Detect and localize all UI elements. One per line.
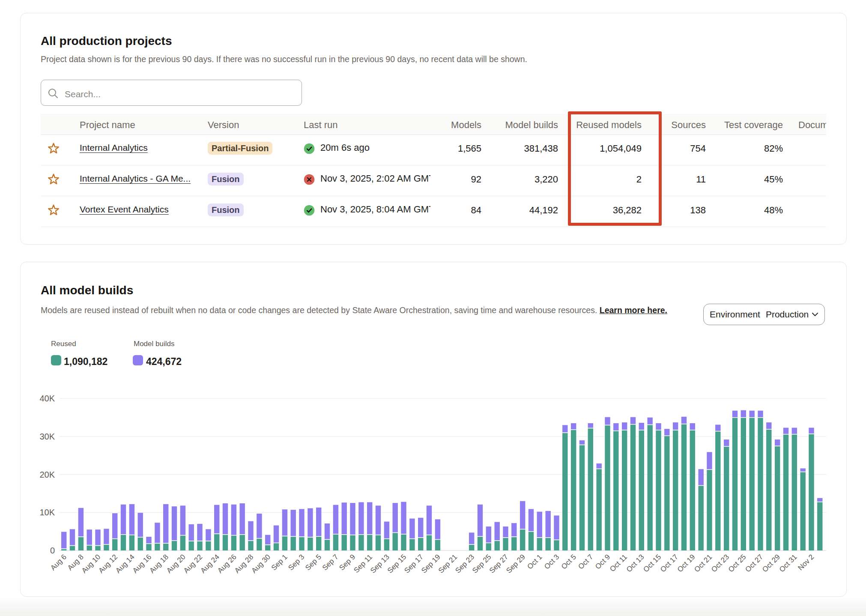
svg-text:30K: 30K <box>39 432 55 441</box>
svg-text:Oct 19: Oct 19 <box>676 553 697 574</box>
svg-text:Aug 24: Aug 24 <box>199 553 221 575</box>
svg-text:Oct 3: Oct 3 <box>543 553 561 571</box>
svg-text:Aug 22: Aug 22 <box>182 553 204 575</box>
svg-text:Sep 17: Sep 17 <box>403 553 425 575</box>
svg-text:Aug 16: Aug 16 <box>131 553 153 575</box>
svg-text:Sep 23: Sep 23 <box>454 553 476 575</box>
svg-text:Aug 30: Aug 30 <box>250 553 272 575</box>
svg-text:Sep 13: Sep 13 <box>369 553 391 575</box>
svg-text:Oct 25: Oct 25 <box>727 553 748 574</box>
svg-text:Oct 31: Oct 31 <box>778 553 799 574</box>
svg-text:Oct 13: Oct 13 <box>625 553 646 574</box>
svg-text:Oct 11: Oct 11 <box>608 553 629 573</box>
svg-text:Oct 29: Oct 29 <box>761 553 782 574</box>
svg-text:Oct 5: Oct 5 <box>560 553 578 571</box>
svg-text:Sep 19: Sep 19 <box>420 553 442 575</box>
svg-text:10K: 10K <box>39 508 55 517</box>
svg-text:Sep 27: Sep 27 <box>488 553 510 575</box>
svg-text:Oct 23: Oct 23 <box>710 553 731 574</box>
svg-text:Oct 15: Oct 15 <box>642 553 663 574</box>
svg-text:0: 0 <box>50 546 55 555</box>
svg-text:Nov 2: Nov 2 <box>796 553 815 572</box>
svg-text:40K: 40K <box>39 394 55 403</box>
svg-text:Aug 12: Aug 12 <box>97 553 119 575</box>
svg-text:Sep 7: Sep 7 <box>321 553 340 572</box>
svg-text:Sep 1: Sep 1 <box>270 553 289 572</box>
svg-text:Aug 20: Aug 20 <box>165 553 187 575</box>
svg-text:Aug 10: Aug 10 <box>80 553 102 575</box>
svg-text:20K: 20K <box>39 470 55 479</box>
svg-text:Sep 15: Sep 15 <box>386 553 408 575</box>
svg-text:Sep 21: Sep 21 <box>437 553 459 575</box>
svg-text:Oct 17: Oct 17 <box>659 553 680 574</box>
svg-text:Aug 18: Aug 18 <box>148 553 170 575</box>
svg-text:Aug 26: Aug 26 <box>216 553 238 575</box>
svg-text:Oct 7: Oct 7 <box>576 553 594 571</box>
svg-text:Oct 27: Oct 27 <box>744 553 764 574</box>
svg-text:Sep 25: Sep 25 <box>471 553 493 575</box>
svg-text:Oct 21: Oct 21 <box>693 553 714 574</box>
svg-text:Sep 29: Sep 29 <box>505 553 527 575</box>
svg-text:Oct 1: Oct 1 <box>526 553 543 571</box>
svg-text:Sep 5: Sep 5 <box>304 553 323 572</box>
svg-text:Aug 6: Aug 6 <box>49 553 68 572</box>
svg-text:Aug 14: Aug 14 <box>114 553 136 575</box>
svg-text:Sep 3: Sep 3 <box>287 553 306 572</box>
svg-text:Aug 28: Aug 28 <box>233 553 255 575</box>
